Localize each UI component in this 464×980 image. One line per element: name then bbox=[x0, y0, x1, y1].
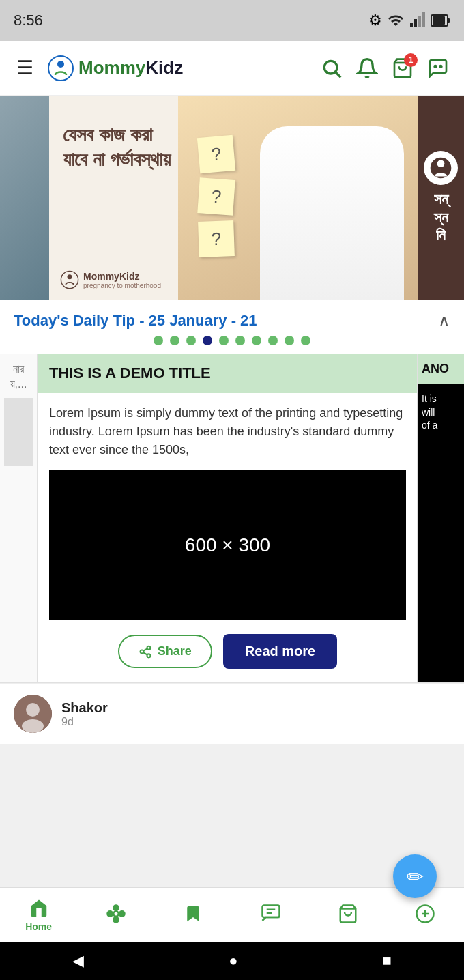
left-peek-image bbox=[4, 398, 33, 466]
share-button[interactable]: Share bbox=[118, 635, 212, 668]
dot-5[interactable] bbox=[219, 336, 229, 345]
dot-2[interactable] bbox=[170, 336, 179, 345]
bookmark-icon bbox=[183, 904, 203, 924]
top-nav: ☰ MommyKidz bbox=[0, 41, 464, 96]
tip-card-title: THIS IS A DEMO TITLE bbox=[49, 364, 211, 381]
banner-right-icon bbox=[424, 151, 458, 185]
logo-icon bbox=[47, 55, 74, 82]
banner-area: যেসব কাজ করাযাবে না গর্ভাবস্থায় ? ? ? M… bbox=[0, 96, 464, 300]
tip-card-main: THIS IS A DEMO TITLE Lorem Ipsum is simp… bbox=[38, 354, 418, 682]
banner-logo-name: MommyKidz bbox=[83, 271, 161, 282]
svg-rect-31 bbox=[262, 905, 279, 917]
bottom-nav-bag[interactable] bbox=[309, 904, 386, 927]
fab-button[interactable]: ✏ bbox=[393, 854, 437, 898]
dot-8[interactable] bbox=[268, 336, 278, 345]
bottom-nav-home[interactable]: Home bbox=[0, 898, 77, 932]
svg-point-28 bbox=[113, 917, 119, 923]
svg-point-30 bbox=[119, 911, 125, 917]
nav-icons: 1 bbox=[317, 53, 453, 83]
hamburger-menu[interactable]: ☰ bbox=[11, 51, 39, 85]
svg-rect-2 bbox=[418, 16, 421, 27]
post-author: Shakor bbox=[61, 700, 108, 716]
tip-card-body: Lorem Ipsum is simply dummy text of the … bbox=[38, 393, 417, 470]
status-bar: 8:56 ⚙ bbox=[0, 0, 464, 41]
search-button[interactable] bbox=[317, 53, 347, 83]
svg-line-22 bbox=[143, 648, 147, 650]
banner-logo-tagline: pregnancy to motherhood bbox=[83, 282, 161, 289]
svg-point-27 bbox=[113, 905, 119, 910]
dot-10[interactable] bbox=[301, 336, 310, 345]
bottom-nav-translate[interactable] bbox=[232, 904, 309, 927]
dot-1[interactable] bbox=[154, 336, 163, 345]
sticky-notes: ? ? ? bbox=[199, 136, 234, 257]
logo-container: MommyKidz bbox=[47, 55, 308, 82]
dot-3[interactable] bbox=[186, 336, 196, 345]
svg-rect-5 bbox=[433, 16, 445, 25]
banner-left-peek bbox=[0, 96, 49, 300]
notifications-button[interactable] bbox=[352, 53, 382, 83]
svg-point-13 bbox=[440, 66, 442, 68]
post-meta: Shakor 9d bbox=[61, 700, 108, 728]
right-peek-image: It iswillof a bbox=[418, 384, 464, 682]
post-preview[interactable]: Shakor 9d bbox=[0, 683, 464, 744]
image-dimensions: 600 × 300 bbox=[185, 534, 270, 556]
daily-tip-section: Today's Daily Tip - 25 January - 21 ∧ না… bbox=[0, 300, 464, 683]
recent-apps-button[interactable]: ■ bbox=[383, 952, 392, 970]
svg-rect-6 bbox=[448, 18, 450, 23]
svg-point-24 bbox=[26, 703, 40, 717]
svg-point-18 bbox=[147, 646, 150, 649]
tip-card-actions: Share Read more bbox=[38, 620, 417, 682]
tip-card-body-text: Lorem Ipsum is simply dummy text of the … bbox=[49, 404, 406, 459]
flower-icon bbox=[106, 904, 126, 924]
daily-tip-header: Today's Daily Tip - 25 January - 21 ∧ bbox=[0, 300, 464, 336]
bottom-nav-bookmark[interactable] bbox=[155, 904, 232, 927]
dot-4[interactable] bbox=[203, 336, 212, 345]
dot-9[interactable] bbox=[285, 336, 294, 345]
home-icon bbox=[29, 898, 49, 919]
chat-button[interactable] bbox=[423, 53, 453, 83]
back-button[interactable]: ◀ bbox=[72, 952, 84, 970]
banner-bengali-text: যেসব কাজ করাযাবে না গর্ভাবস্থায় bbox=[63, 123, 171, 173]
tip-carousel: নারয়,... THIS IS A DEMO TITLE Lorem Ips… bbox=[0, 354, 464, 682]
svg-point-8 bbox=[57, 61, 64, 68]
bag-icon bbox=[338, 904, 358, 924]
logo-text: MommyKidz bbox=[78, 57, 183, 78]
fab-icon: ✏ bbox=[407, 865, 424, 889]
banner-image: ? ? ? bbox=[178, 96, 418, 300]
right-peek-text: It iswillof a bbox=[422, 393, 437, 431]
wifi-icon bbox=[388, 12, 404, 29]
svg-point-29 bbox=[107, 911, 113, 917]
battery-icon bbox=[431, 12, 450, 29]
svg-point-19 bbox=[140, 650, 143, 653]
collapse-button[interactable]: ∧ bbox=[438, 311, 450, 330]
home-label: Home bbox=[25, 921, 52, 932]
dot-6[interactable] bbox=[235, 336, 245, 345]
dot-7[interactable] bbox=[252, 336, 261, 345]
post-time: 9d bbox=[61, 716, 108, 728]
bottom-nav-plus[interactable] bbox=[387, 904, 464, 927]
svg-point-20 bbox=[147, 654, 150, 657]
android-nav: ◀ ● ■ bbox=[0, 942, 464, 980]
bottom-nav: Home bbox=[0, 887, 464, 942]
banner-main[interactable]: যেসব কাজ করাযাবে না গর্ভাবস্থায় ? ? ? M… bbox=[49, 96, 418, 300]
android-home-button[interactable]: ● bbox=[229, 952, 237, 970]
status-time: 8:56 bbox=[14, 12, 43, 29]
right-peek-title: ANO bbox=[418, 354, 464, 384]
right-peek-title-text: ANO bbox=[422, 362, 449, 375]
cart-button[interactable]: 1 bbox=[388, 53, 418, 83]
tip-card-title-bar: THIS IS A DEMO TITLE bbox=[38, 354, 417, 393]
settings-icon: ⚙ bbox=[368, 12, 382, 29]
svg-point-17 bbox=[437, 160, 445, 168]
read-more-button[interactable]: Read more bbox=[223, 634, 337, 669]
banner-logo: MommyKidz pregnancy to motherhood bbox=[60, 270, 161, 289]
svg-point-25 bbox=[22, 719, 44, 733]
bottom-nav-flower[interactable] bbox=[77, 904, 154, 927]
svg-point-26 bbox=[113, 911, 119, 917]
share-label: Share bbox=[158, 644, 192, 659]
signal-icon bbox=[409, 12, 426, 29]
dot-indicators bbox=[0, 336, 464, 354]
banner-right-text: সন্স্ননি bbox=[434, 190, 448, 244]
svg-rect-1 bbox=[414, 19, 417, 27]
daily-tip-title: Today's Daily Tip - 25 January - 21 bbox=[14, 312, 257, 330]
svg-point-9 bbox=[324, 61, 337, 74]
